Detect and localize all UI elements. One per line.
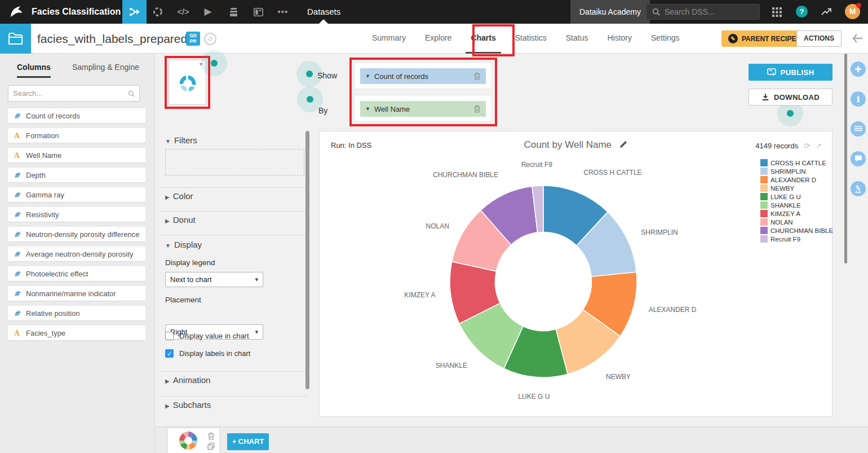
column-item[interactable]: #Average neutron-density porosity — [8, 247, 145, 261]
checkbox-checked[interactable]: ✓ — [165, 349, 174, 358]
add-panel-button[interactable] — [851, 61, 866, 77]
code-menu-item[interactable]: </> — [175, 0, 192, 24]
legend-item[interactable]: SHRIMPLIN — [760, 167, 833, 175]
legend-item[interactable]: CHURCHMAN BIBLE — [760, 226, 833, 235]
legend-item[interactable]: CROSS H CATTLE — [760, 159, 833, 167]
column-item[interactable]: #Nonmarine/marine indicator — [8, 286, 145, 301]
comments-panel-button[interactable] — [851, 151, 866, 166]
tab-history[interactable]: History — [597, 24, 641, 54]
duplicate-icon[interactable] — [207, 442, 215, 450]
dashboard-menu-item[interactable] — [251, 0, 265, 25]
trash-icon[interactable] — [207, 432, 215, 440]
column-name: Well Name — [26, 151, 61, 160]
color-section-header[interactable]: ▶Color — [165, 191, 193, 201]
legend-item[interactable]: ALEXANDER D — [760, 175, 833, 184]
checkbox-unchecked[interactable] — [165, 332, 174, 340]
column-item[interactable]: #Resistivity — [8, 207, 145, 222]
gdpr-badge[interactable]: GD PR — [186, 32, 200, 46]
display-value-checkbox-row[interactable]: Display value in chart — [165, 332, 249, 340]
legend-item[interactable]: LUKE G U — [760, 192, 833, 201]
user-avatar[interactable]: M — [845, 4, 860, 19]
lab-panel-button[interactable] — [851, 181, 866, 196]
dataiku-academy-button[interactable]: Dataiku Academy — [570, 0, 650, 24]
animation-section-header[interactable]: ▶Animation — [165, 375, 210, 385]
schema-panel-button[interactable] — [851, 121, 866, 137]
column-search-box[interactable] — [8, 85, 140, 102]
more-menu-item[interactable]: ••• — [276, 0, 290, 24]
column-item[interactable]: #Count of records — [8, 108, 145, 123]
columns-sidebar: Columns Sampling & Engine #Count of reco… — [0, 54, 155, 453]
filters-section-header[interactable]: ▼Filters — [165, 135, 197, 145]
publish-button[interactable]: PUBLISH — [749, 64, 832, 81]
legend-item[interactable]: SHANKLE — [760, 201, 833, 209]
display-section-header[interactable]: ▼Display — [165, 240, 202, 249]
trend-icon[interactable] — [821, 7, 832, 16]
dataset-icon-tile[interactable] — [0, 24, 31, 54]
download-button[interactable]: DOWNLOAD — [749, 89, 832, 105]
tab-summary[interactable]: Summary — [362, 24, 415, 54]
display-legend-label: Display legend — [165, 258, 215, 267]
display-labels-checkbox-row[interactable]: ✓ Display labels in chart — [165, 349, 250, 358]
display-legend-select[interactable]: Next to chart — [165, 272, 263, 287]
numeric-type-icon: # — [14, 210, 20, 219]
tab-settings[interactable]: Settings — [641, 24, 689, 54]
config-panel-scrollbar[interactable] — [305, 131, 309, 389]
column-search-input[interactable] — [13, 89, 128, 98]
jobs-menu-item[interactable] — [227, 0, 240, 26]
info-panel-button[interactable]: i — [851, 91, 866, 107]
parent-recipe-button[interactable]: ✎ PARENT RECIPE — [721, 30, 803, 47]
column-item[interactable]: #Gamma ray — [8, 187, 145, 202]
legend-swatch — [760, 176, 768, 183]
tab-explore[interactable]: Explore — [415, 24, 461, 54]
publish-icon — [767, 68, 776, 76]
run-menu-item[interactable]: ▶ — [201, 0, 215, 24]
column-name: Neutron-density porosity difference — [26, 230, 139, 239]
tour-marker[interactable] — [201, 50, 227, 76]
dataiku-logo[interactable] — [9, 5, 24, 19]
tab-sampling-engine[interactable]: Sampling & Engine — [72, 63, 139, 78]
dss-search-input[interactable] — [665, 7, 749, 16]
add-chart-button[interactable]: + CHART — [227, 433, 269, 450]
numeric-type-icon: # — [14, 230, 20, 239]
filters-drop-zone[interactable] — [165, 149, 304, 175]
legend-swatch — [760, 218, 768, 226]
donut-section-header[interactable]: ▶Donut — [165, 215, 196, 225]
donut-chart[interactable]: CROSS H CATTLESHRIMPLINALEXANDER DNEWBYL… — [320, 131, 832, 416]
flow-tab[interactable] — [122, 0, 147, 24]
chart-type-picker[interactable]: ▼ — [169, 60, 206, 105]
tab-status[interactable]: Status — [556, 24, 598, 54]
legend-item[interactable]: NOLAN — [760, 218, 833, 226]
column-item[interactable]: #Depth — [8, 168, 145, 182]
legend-item[interactable]: Recruit F9 — [760, 235, 833, 243]
column-name: Gamma ray — [26, 191, 64, 199]
apps-grid-icon[interactable] — [772, 7, 782, 17]
column-item[interactable]: #Photoelectric effect — [8, 266, 145, 281]
annotation-charts-tab — [472, 24, 515, 56]
navigator-icon[interactable]: ⊘ — [204, 33, 216, 45]
folder-icon — [8, 32, 23, 45]
search-icon — [128, 90, 135, 97]
slice-label: NOLAN — [426, 222, 449, 230]
legend-label: SHANKLE — [770, 202, 801, 209]
column-item[interactable]: AWell Name — [8, 148, 145, 162]
actions-button[interactable]: ACTIONS — [796, 30, 842, 47]
column-item[interactable]: AFacies_type — [8, 326, 145, 340]
page-scrollbar[interactable] — [844, 54, 847, 263]
datasets-pointer-caret — [319, 19, 328, 24]
legend-item[interactable]: KIMZEY A — [760, 209, 833, 218]
legend-item[interactable]: NEWBY — [760, 184, 833, 192]
chart-thumbnail-tile[interactable] — [167, 428, 220, 453]
tab-columns[interactable]: Columns — [17, 63, 51, 78]
help-icon[interactable]: ? — [796, 6, 808, 17]
column-item[interactable]: AFormation — [8, 128, 145, 143]
right-icon-rail: i — [848, 54, 868, 453]
dataset-header: facies_with_labels_prepared GD PR ⊘ Summ… — [0, 24, 868, 54]
column-item[interactable]: #Neutron-density porosity difference — [8, 227, 145, 241]
column-item[interactable]: #Relative position — [8, 306, 145, 320]
dataset-tabs: SummaryExploreChartsStatisticsStatusHist… — [362, 24, 689, 54]
subcharts-section-header[interactable]: ▶Subcharts — [165, 400, 211, 410]
collapse-panel-arrow-icon[interactable] — [852, 34, 863, 43]
lab-menu-item[interactable] — [151, 0, 165, 26]
dss-search-box[interactable] — [646, 4, 760, 20]
project-title[interactable]: Facies Classification — [32, 0, 121, 24]
